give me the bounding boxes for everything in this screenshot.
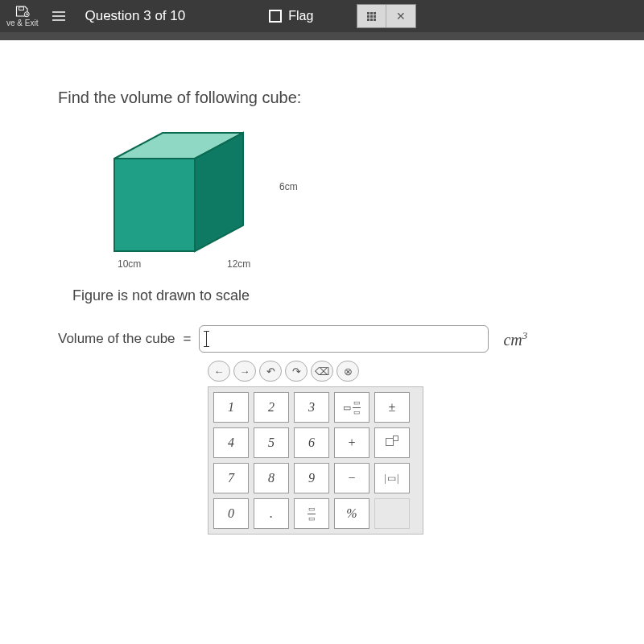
menu-icon[interactable] [49,8,68,24]
flag-checkbox-icon [269,10,282,23]
text-cursor-icon [206,332,207,346]
key-plus[interactable]: + [334,427,369,458]
calculator-icon [367,12,376,21]
calculator-button[interactable] [357,5,386,27]
top-toolbar: ve & Exit Question 3 of 10 Flag ✕ [0,0,644,32]
question-page: Find the volume of following cube: 6cm 1… [0,40,644,644]
key-fraction[interactable]: ▭▭ [294,498,329,529]
key-0[interactable]: 0 [213,498,249,529]
save-exit-button[interactable]: ve & Exit [6,5,38,27]
tool-group: ✕ [357,4,416,28]
close-icon: ✕ [396,10,406,23]
redo-icon: ↷ [292,365,301,378]
key-5[interactable]: 5 [254,427,289,458]
key-blank [374,498,410,529]
scale-note: Figure is not drawn to scale [72,287,586,304]
arrow-right-icon: → [240,365,250,378]
arrow-left-icon: ← [214,365,225,378]
flag-toggle[interactable]: Flag [269,9,313,23]
undo-icon: ↶ [266,365,275,378]
undo-button[interactable]: ↶ [259,361,282,382]
key-4[interactable]: 4 [213,427,249,458]
key-6[interactable]: 6 [294,427,329,458]
clear-icon: ⊗ [344,365,353,378]
backspace-icon: ⌫ [315,365,329,378]
answer-input[interactable] [199,325,489,353]
dimension-depth: 12cm [227,258,250,270]
flag-label: Flag [288,9,313,23]
dimension-height: 6cm [279,181,298,192]
equals-sign: = [184,331,192,347]
key-3[interactable]: 3 [294,392,329,423]
question-counter: Question 3 of 10 [85,8,185,24]
key-decimal[interactable]: . [254,498,289,529]
key-8[interactable]: 8 [254,463,289,493]
close-tool-button[interactable]: ✕ [386,5,415,27]
keypad-grid: 1 2 3 ▭▭▭ ± 4 5 6 + 7 8 9 − |▭| 0 . ▭▭ % [208,386,423,535]
absolute-icon: |▭| [385,473,400,485]
keypad-nav-row: ← → ↶ ↷ ⌫ ⊗ [208,361,423,382]
redo-button[interactable]: ↷ [285,361,308,382]
mixed-fraction-icon: ▭▭▭ [343,399,361,416]
key-2[interactable]: 2 [254,392,289,423]
backspace-button[interactable]: ⌫ [311,361,333,382]
answer-row: Volume of the cube = cm3 [58,325,586,353]
key-minus[interactable]: − [334,463,369,493]
exponent-icon [386,438,399,448]
key-absolute[interactable]: |▭| [374,463,410,493]
fraction-icon: ▭▭ [308,506,316,522]
key-7[interactable]: 7 [213,463,249,493]
save-icon [15,5,30,18]
key-exponent[interactable] [374,427,410,458]
cube-figure: 6cm 10cm 12cm [90,126,316,271]
question-prompt: Find the volume of following cube: [58,89,586,107]
answer-unit: cm3 [503,329,527,349]
key-mixed-fraction[interactable]: ▭▭▭ [334,392,369,423]
answer-label: Volume of the cube [58,331,175,347]
dimension-width: 10cm [118,258,141,270]
math-keypad: ← → ↶ ↷ ⌫ ⊗ 1 2 3 ▭▭▭ ± 4 5 6 + 7 8 9 − [208,361,423,535]
key-1[interactable]: 1 [213,392,249,423]
nav-right-button[interactable]: → [233,361,256,382]
nav-left-button[interactable]: ← [208,361,230,382]
svg-rect-0 [19,7,23,10]
key-plus-minus[interactable]: ± [374,392,410,423]
svg-marker-3 [114,159,195,251]
key-9[interactable]: 9 [294,463,329,493]
cube-svg [90,126,275,263]
clear-button[interactable]: ⊗ [336,361,359,382]
save-exit-label: ve & Exit [6,19,38,27]
key-percent[interactable]: % [334,498,369,529]
